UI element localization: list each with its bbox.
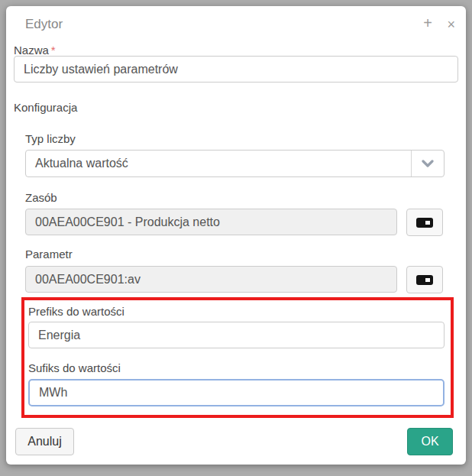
- number-type-label: Typ liczby: [25, 132, 76, 145]
- picker-icon: [416, 218, 433, 228]
- resource-label: Zasób: [25, 191, 57, 204]
- parameter-picker-button[interactable]: [406, 266, 443, 293]
- resource-input[interactable]: [25, 209, 397, 235]
- suffix-label: Sufiks do wartości: [28, 361, 121, 374]
- name-label-text: Nazwa: [14, 44, 49, 57]
- cancel-button[interactable]: Anuluj: [15, 428, 74, 455]
- name-input[interactable]: [14, 56, 458, 83]
- prefix-input[interactable]: [28, 322, 445, 348]
- number-type-dropdown[interactable]: Aktualna wartość: [25, 150, 445, 177]
- editor-dialog: Edytor + × Nazwa* Konfiguracja Typ liczb…: [6, 6, 466, 465]
- picker-icon: [416, 275, 433, 285]
- ok-button[interactable]: OK: [407, 428, 453, 455]
- dropdown-trigger[interactable]: [411, 151, 444, 176]
- configuration-section-label: Konfiguracja: [14, 101, 77, 114]
- add-icon[interactable]: +: [423, 15, 432, 31]
- parameter-label: Parametr: [25, 248, 73, 261]
- resource-picker-button[interactable]: [406, 209, 443, 236]
- chevron-down-icon: [422, 160, 434, 167]
- parameter-input[interactable]: [25, 266, 397, 293]
- required-marker: *: [51, 44, 56, 57]
- name-label: Nazwa*: [14, 44, 56, 57]
- prefix-label: Prefiks do wartości: [28, 305, 124, 318]
- dialog-title: Edytor: [25, 17, 63, 32]
- number-type-selected-value: Aktualna wartość: [26, 157, 411, 170]
- suffix-input[interactable]: [28, 379, 445, 406]
- close-icon[interactable]: ×: [447, 16, 455, 33]
